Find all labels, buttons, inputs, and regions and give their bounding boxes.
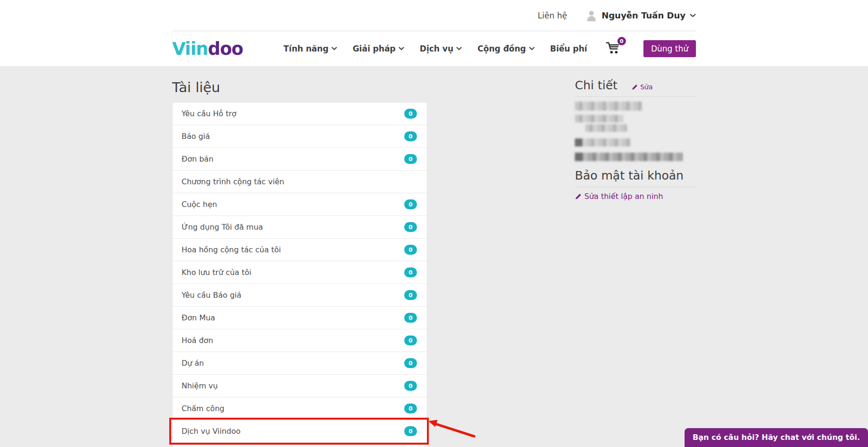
viindoo-logo[interactable]: Viindoo: [172, 40, 243, 58]
document-row-label: Báo giá: [182, 132, 210, 141]
details-sidebar: Chi tiết Sửa Bảo mật tài khoản Sửa thiết…: [575, 66, 696, 201]
count-badge: 0: [404, 154, 417, 164]
page-title: Tài liệu: [172, 79, 427, 95]
pencil-icon: [575, 193, 582, 200]
nav-item-2[interactable]: Dịch vụ: [420, 44, 462, 53]
logo-purple-part: doo: [208, 39, 243, 59]
nav-item-label: Dịch vụ: [420, 44, 453, 53]
document-row-label: Hoá đơn: [182, 336, 213, 345]
topbar: Liên hệ Nguyễn Tuấn Duy: [172, 0, 696, 31]
document-row[interactable]: Đơn Mua0: [173, 306, 427, 329]
user-avatar-icon: [586, 10, 597, 21]
count-badge: 0: [404, 131, 417, 141]
document-row-label: Dịch vụ Viindoo: [182, 427, 241, 436]
document-row[interactable]: Yêu cầu Báo giá0: [173, 284, 427, 306]
user-name: Nguyễn Tuấn Duy: [601, 10, 686, 20]
logo-teal-part: Viin: [172, 39, 208, 59]
nav-item-label: Giải pháp: [353, 44, 396, 53]
nav-item-label: Cộng đồng: [477, 44, 526, 53]
document-row-label: Kho lưu trữ của tôi: [182, 268, 252, 277]
count-badge: 0: [404, 290, 417, 300]
document-row[interactable]: Dịch vụ Viindoo0: [173, 420, 427, 442]
document-row[interactable]: Chương trình cộng tác viên: [173, 170, 427, 193]
edit-details-link[interactable]: Sửa: [632, 83, 652, 91]
nav-item-label: Biểu phí: [550, 44, 587, 53]
redacted-line: [575, 102, 642, 111]
count-badge: 0: [404, 109, 417, 119]
document-row-label: Ứng dụng Tôi đã mua: [182, 223, 263, 232]
chevron-down-icon: [690, 14, 696, 17]
document-row[interactable]: Hoá đơn0: [173, 329, 427, 352]
document-row-label: Yêu cầu Hỗ trợ: [182, 109, 236, 118]
pencil-icon: [632, 84, 638, 90]
document-row-label: Dự án: [182, 359, 204, 368]
redacted-line: [575, 138, 631, 146]
document-row[interactable]: Dự án0: [173, 352, 427, 374]
redacted-line: [575, 115, 623, 122]
document-row[interactable]: Hoa hồng cộng tác của tôi0: [173, 238, 427, 261]
document-row-label: Nhiệm vụ: [182, 381, 218, 390]
chevron-down-icon: [456, 47, 462, 51]
nav-row: Viindoo Tính năngGiải phápDịch vụCộng đồ…: [172, 31, 696, 66]
count-badge: 0: [404, 267, 417, 277]
chevron-down-icon: [331, 47, 337, 51]
count-badge: 0: [404, 313, 417, 323]
document-row-label: Yêu cầu Báo giá: [182, 291, 242, 300]
document-row[interactable]: Chấm công0: [173, 397, 427, 420]
user-menu[interactable]: Nguyễn Tuấn Duy: [586, 10, 696, 21]
count-badge: 0: [404, 381, 417, 391]
nav-item-3[interactable]: Cộng đồng: [477, 44, 534, 53]
main-nav: Tính năngGiải phápDịch vụCộng đồngBiểu p…: [283, 40, 696, 57]
edit-security-label: Sửa thiết lập an ninh: [584, 192, 663, 201]
document-row[interactable]: Cuộc hẹn0: [173, 193, 427, 215]
count-badge: 0: [404, 426, 417, 436]
contact-link[interactable]: Liên hệ: [538, 11, 567, 20]
document-row[interactable]: Đơn bán0: [173, 147, 427, 170]
nav-item-label: Tính năng: [283, 44, 328, 53]
document-row-label: Cuộc hẹn: [182, 200, 217, 209]
document-row-label: Đơn bán: [182, 155, 214, 163]
document-row[interactable]: Báo giá0: [173, 125, 427, 147]
chat-prompt[interactable]: Bạn có câu hỏi? Hãy chat với chúng tôi.: [685, 428, 868, 447]
document-row[interactable]: Ứng dụng Tôi đã mua0: [173, 215, 427, 238]
count-badge: 0: [404, 222, 417, 232]
main-content: Tài liệu Yêu cầu Hỗ trợ0Báo giá0Đơn bán0…: [0, 66, 868, 447]
document-row[interactable]: Kho lưu trữ của tôi0: [173, 261, 427, 284]
document-row[interactable]: Đơn thuê bao0: [173, 442, 427, 447]
try-now-button[interactable]: Dùng thử: [643, 40, 696, 57]
details-divider: [575, 96, 696, 97]
edit-details-label: Sửa: [640, 83, 652, 91]
count-badge: 0: [404, 199, 417, 209]
security-title: Bảo mật tài khoản: [575, 169, 696, 183]
nav-item-4[interactable]: Biểu phí: [550, 44, 587, 53]
redacted-line: [575, 153, 683, 161]
site-header: Liên hệ Nguyễn Tuấn Duy Viindoo Tính năn…: [0, 0, 868, 66]
count-badge: 0: [404, 404, 417, 413]
count-badge: 0: [404, 245, 417, 255]
chevron-down-icon: [529, 47, 535, 51]
edit-security-link[interactable]: Sửa thiết lập an ninh: [575, 192, 696, 201]
page: Liên hệ Nguyễn Tuấn Duy Viindoo Tính năn…: [0, 0, 868, 447]
redacted-line: [585, 124, 627, 132]
cart-button[interactable]: 0: [606, 41, 621, 57]
nav-item-1[interactable]: Giải pháp: [353, 44, 404, 53]
document-row[interactable]: Nhiệm vụ0: [173, 374, 427, 397]
document-row-label: Chương trình cộng tác viên: [182, 177, 284, 186]
details-title: Chi tiết: [575, 78, 617, 93]
chevron-down-icon: [399, 47, 404, 51]
count-badge: 0: [404, 358, 417, 368]
cart-count-badge: 0: [617, 37, 626, 45]
documents-section: Tài liệu Yêu cầu Hỗ trợ0Báo giá0Đơn bán0…: [172, 66, 427, 447]
count-badge: 0: [404, 335, 417, 345]
documents-list: Yêu cầu Hỗ trợ0Báo giá0Đơn bán0Chương tr…: [172, 102, 427, 447]
security-divider: [575, 187, 696, 187]
document-row-label: Chấm công: [182, 404, 225, 413]
nav-item-0[interactable]: Tính năng: [283, 44, 337, 53]
document-row-label: Đơn Mua: [182, 313, 215, 322]
document-row-label: Hoa hồng cộng tác của tôi: [182, 245, 281, 254]
document-row[interactable]: Yêu cầu Hỗ trợ0: [173, 103, 427, 125]
